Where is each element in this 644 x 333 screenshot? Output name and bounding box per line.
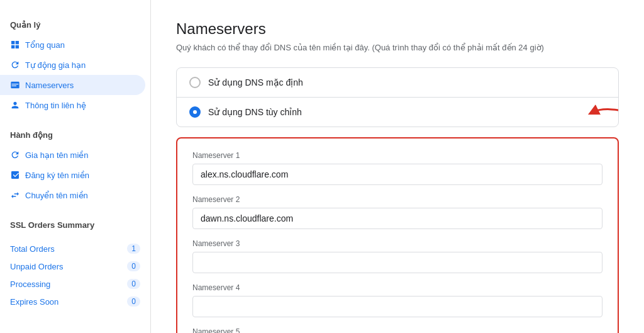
sidebar: Quản lý Tổng quan Tự động gia hạn Namese… bbox=[0, 0, 151, 333]
section-ssl-title: SSL Orders Summary bbox=[0, 220, 150, 235]
sidebar-item-tu-dong-gia-han-label: Tự động gia hạn bbox=[25, 60, 86, 70]
person-icon bbox=[10, 100, 20, 110]
sidebar-item-tu-dong-gia-han[interactable]: Tự động gia hạn bbox=[0, 55, 145, 75]
nameserver-5-label: Nameserver 5 bbox=[192, 327, 602, 333]
grid-icon bbox=[10, 40, 20, 50]
main-content: Nameservers Quý khách có thể thay đổi DN… bbox=[151, 0, 644, 333]
dns-option-default[interactable]: Sử dụng DNS mặc định bbox=[177, 68, 618, 98]
page-subtitle: Quý khách có thể thay đổi DNS của tên mi… bbox=[176, 43, 619, 52]
nameserver-2-input[interactable] bbox=[192, 208, 602, 229]
ssl-total-orders-label: Total Orders bbox=[10, 244, 55, 254]
nameserver-4-label: Nameserver 4 bbox=[192, 283, 602, 292]
nameserver-1-input[interactable] bbox=[192, 164, 602, 185]
dns-option-default-label: Sử dụng DNS mặc định bbox=[208, 77, 303, 87]
nameserver-2-label: Nameserver 2 bbox=[192, 195, 602, 204]
ssl-unpaid-orders[interactable]: Unpaid Orders 0 bbox=[0, 257, 150, 275]
sidebar-item-tong-quan-label: Tổng quan bbox=[25, 40, 65, 50]
section-quan-ly-title: Quản lý bbox=[0, 20, 150, 35]
dns-option-custom-label: Sử dụng DNS tùy chỉnh bbox=[208, 107, 302, 117]
radio-custom[interactable] bbox=[189, 106, 201, 118]
page-title: Nameservers bbox=[176, 20, 619, 38]
nameserver-3-input[interactable] bbox=[192, 252, 602, 273]
nameserver-5-row: Nameserver 5 bbox=[192, 327, 602, 333]
sidebar-item-thong-tin-lien-he[interactable]: Thông tin liên hệ bbox=[0, 95, 145, 115]
ssl-total-orders[interactable]: Total Orders 1 bbox=[0, 240, 150, 257]
dns-option-custom[interactable]: Sử dụng DNS tùy chỉnh bbox=[177, 98, 618, 127]
ssl-processing[interactable]: Processing 0 bbox=[0, 275, 150, 293]
ssl-expires-soon-label: Expires Soon bbox=[10, 297, 58, 307]
register-icon bbox=[10, 170, 20, 180]
section-hanh-dong-title: Hành động bbox=[0, 130, 150, 145]
ssl-processing-badge: 0 bbox=[127, 279, 140, 289]
sidebar-item-nameservers-label: Nameservers bbox=[25, 81, 74, 90]
red-arrow-annotation bbox=[587, 99, 619, 125]
sidebar-item-dang-ky-label: Đăng ký tên miền bbox=[25, 171, 89, 180]
ssl-orders-section: Total Orders 1 Unpaid Orders 0 Processin… bbox=[0, 235, 150, 315]
nameserver-4-input[interactable] bbox=[192, 296, 602, 317]
sidebar-item-chuyen-ten-mien[interactable]: Chuyển tên miền bbox=[0, 185, 145, 205]
sidebar-item-thong-tin-lien-he-label: Thông tin liên hệ bbox=[25, 101, 86, 110]
ssl-expires-soon-badge: 0 bbox=[127, 296, 140, 307]
ssl-expires-soon[interactable]: Expires Soon 0 bbox=[0, 293, 150, 310]
nameserver-1-label: Nameserver 1 bbox=[192, 151, 602, 160]
nameserver-3-label: Nameserver 3 bbox=[192, 239, 602, 248]
ssl-unpaid-orders-badge: 0 bbox=[127, 261, 140, 271]
sidebar-item-nameservers[interactable]: Nameservers bbox=[0, 75, 145, 95]
dns-options-container: Sử dụng DNS mặc định Sử dụng DNS tùy chỉ… bbox=[176, 67, 619, 127]
nameserver-box: Nameserver 1 Nameserver 2 Nameserver 3 N… bbox=[176, 137, 619, 333]
radio-default[interactable] bbox=[189, 77, 201, 88]
sidebar-item-gia-han-label: Gia hạn tên miền bbox=[25, 150, 89, 160]
sidebar-item-dang-ky-ten-mien[interactable]: Đăng ký tên miền bbox=[0, 165, 145, 185]
ssl-unpaid-orders-label: Unpaid Orders bbox=[10, 262, 64, 271]
dns-icon bbox=[10, 80, 20, 90]
nameserver-3-row: Nameserver 3 bbox=[192, 239, 602, 273]
nameserver-4-row: Nameserver 4 bbox=[192, 283, 602, 317]
sidebar-item-tong-quan[interactable]: Tổng quan bbox=[0, 35, 145, 55]
renew-icon bbox=[10, 150, 20, 160]
ssl-processing-label: Processing bbox=[10, 279, 50, 289]
nameserver-1-row: Nameserver 1 bbox=[192, 151, 602, 185]
sidebar-item-chuyen-label: Chuyển tên miền bbox=[25, 191, 88, 200]
transfer-icon bbox=[10, 190, 20, 200]
ssl-total-orders-badge: 1 bbox=[127, 244, 140, 254]
nameserver-2-row: Nameserver 2 bbox=[192, 195, 602, 229]
sidebar-item-gia-han-ten-mien[interactable]: Gia hạn tên miền bbox=[0, 145, 145, 165]
refresh-icon bbox=[10, 60, 20, 70]
